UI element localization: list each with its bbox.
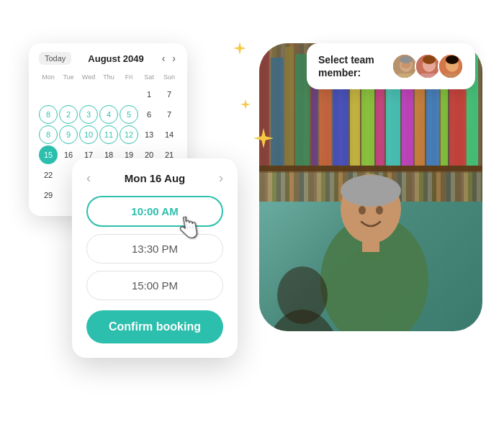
day-label-tue: Tue xyxy=(59,72,78,84)
cal-cell-3[interactable]: 3 xyxy=(79,105,98,124)
cal-cell-9[interactable]: 9 xyxy=(59,125,78,144)
avatar-member-1[interactable] xyxy=(392,53,418,79)
cal-cell-14[interactable]: 14 xyxy=(160,125,179,144)
day-label-sun: Sun xyxy=(160,72,179,84)
cal-cell-8[interactable]: 8 xyxy=(39,105,58,124)
cal-cell xyxy=(39,85,58,104)
svg-point-26 xyxy=(277,266,328,324)
confirm-booking-button[interactable]: Confirm booking xyxy=(86,310,223,343)
team-selector-label: Select team member: xyxy=(318,53,383,79)
cal-cell xyxy=(120,85,138,104)
cal-cell-8b[interactable]: 8 xyxy=(39,125,58,144)
time-picker-header: ‹ Mon 16 Aug › xyxy=(86,171,223,184)
day-label-fri: Fri xyxy=(120,72,138,84)
cal-cell-10[interactable]: 10 xyxy=(79,125,98,144)
avatar-member-2[interactable] xyxy=(415,53,441,79)
cal-cell-2[interactable]: 2 xyxy=(59,105,78,124)
calendar-header: Today August 2049 ‹ › xyxy=(39,52,177,65)
svg-rect-35 xyxy=(420,73,438,79)
cal-cell-13[interactable]: 13 xyxy=(140,125,158,144)
cal-cell-12[interactable]: 12 xyxy=(120,125,138,144)
svg-point-23 xyxy=(376,206,383,215)
time-slot-1500[interactable]: 15:00 PM xyxy=(86,271,223,300)
time-picker-date: Mon 16 Aug xyxy=(125,172,185,184)
cal-cell-7[interactable]: 7 xyxy=(160,85,179,104)
scene: Select team member: xyxy=(0,0,504,432)
sparkle-small-icon xyxy=(233,42,246,55)
cal-cell-5[interactable]: 5 xyxy=(120,105,138,124)
prev-month-button[interactable]: ‹ xyxy=(161,53,167,63)
svg-rect-1 xyxy=(259,50,269,166)
svg-point-21 xyxy=(341,175,401,207)
calendar-month-label: August 2049 xyxy=(88,53,143,64)
cal-cell xyxy=(79,85,98,104)
cal-cell-16[interactable]: 16 xyxy=(59,145,78,164)
day-label-wed: Wed xyxy=(79,72,98,84)
today-button[interactable]: Today xyxy=(39,52,71,65)
time-slot-1000[interactable]: 10:00 AM xyxy=(86,196,223,227)
svg-rect-2 xyxy=(271,58,284,166)
cal-cell-11[interactable]: 11 xyxy=(99,125,118,144)
prev-day-button[interactable]: ‹ xyxy=(86,171,91,184)
svg-rect-3 xyxy=(285,47,294,166)
cal-cell-29[interactable]: 29 xyxy=(39,186,58,204)
svg-point-38 xyxy=(446,55,459,64)
sparkle-large-icon xyxy=(253,128,274,148)
next-day-button[interactable]: › xyxy=(219,171,223,184)
day-label-sat: Sat xyxy=(140,72,158,84)
svg-point-30 xyxy=(400,56,413,63)
cal-cell xyxy=(59,85,78,104)
svg-point-34 xyxy=(423,55,436,64)
svg-rect-39 xyxy=(444,73,461,79)
cal-cell-22[interactable]: 22 xyxy=(39,166,58,184)
cal-cell-7b[interactable]: 7 xyxy=(160,105,179,124)
sparkle-tiny-icon xyxy=(240,99,251,109)
cal-cell-1[interactable]: 1 xyxy=(140,85,158,104)
time-slot-1330[interactable]: 13:30 PM xyxy=(86,234,223,264)
team-avatars-list xyxy=(392,53,464,79)
day-label-mon: Mon xyxy=(39,72,58,84)
time-picker-card: ‹ Mon 16 Aug › 10:00 AM 13:30 PM 15:00 P… xyxy=(72,158,238,358)
cal-cell-15-today[interactable]: 15 xyxy=(39,145,58,164)
svg-rect-31 xyxy=(397,73,415,79)
cal-cell-4[interactable]: 4 xyxy=(99,105,118,124)
cal-cell xyxy=(99,85,118,104)
cal-cell-6[interactable]: 6 xyxy=(140,105,158,124)
day-label-thu: Thu xyxy=(99,72,118,84)
next-month-button[interactable]: › xyxy=(171,53,177,63)
svg-point-22 xyxy=(359,206,366,215)
team-selector-card: Select team member: xyxy=(307,43,475,89)
avatar-member-3[interactable] xyxy=(438,53,464,79)
svg-rect-18 xyxy=(259,166,482,171)
calendar-nav: ‹ › xyxy=(161,53,177,63)
